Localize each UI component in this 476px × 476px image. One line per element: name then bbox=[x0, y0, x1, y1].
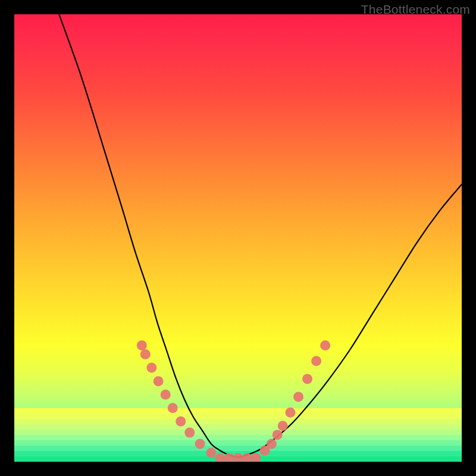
marker-dot bbox=[224, 453, 234, 462]
marker-dot bbox=[320, 340, 330, 350]
marker-dot bbox=[273, 430, 283, 440]
marker-dot bbox=[184, 428, 195, 438]
marker-dot bbox=[161, 390, 171, 400]
marker-dot bbox=[251, 453, 261, 462]
marker-dot bbox=[278, 421, 288, 431]
curve-markers bbox=[137, 340, 330, 462]
marker-dot bbox=[137, 340, 147, 350]
marker-dot bbox=[215, 453, 225, 462]
marker-dot bbox=[146, 363, 156, 373]
marker-dot bbox=[206, 447, 216, 458]
marker-dot bbox=[140, 349, 151, 359]
watermark-text: TheBottleneck.com bbox=[361, 2, 470, 17]
marker-dot bbox=[195, 439, 205, 449]
marker-dot bbox=[302, 374, 312, 384]
bottleneck-curve bbox=[59, 14, 462, 457]
marker-dot bbox=[154, 376, 164, 386]
marker-dot bbox=[267, 439, 277, 449]
marker-dot bbox=[311, 356, 321, 366]
chart-frame bbox=[14, 14, 462, 462]
marker-dot bbox=[293, 392, 303, 402]
gradient-background bbox=[14, 14, 462, 462]
marker-dot bbox=[168, 403, 178, 413]
marker-dot bbox=[285, 408, 295, 418]
chart-svg bbox=[14, 14, 462, 462]
marker-dot bbox=[176, 416, 186, 427]
marker-dot bbox=[233, 453, 243, 462]
